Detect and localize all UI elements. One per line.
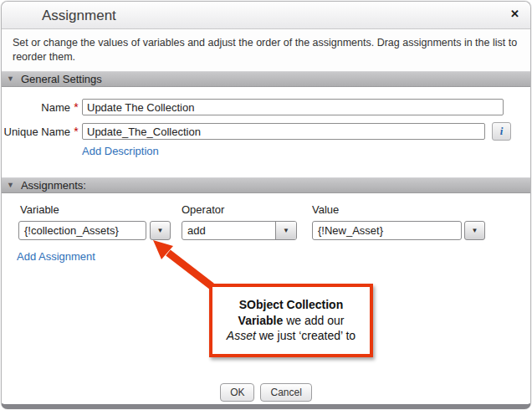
dialog-title: Assignment	[2, 2, 530, 29]
add-assignment-link[interactable]: Add Assignment	[17, 250, 95, 263]
dialog-description: Set or change the values of variables an…	[2, 29, 530, 71]
assignment-dialog: Assignment ✕ Set or change the values of…	[1, 1, 531, 409]
value-column-label: Value	[312, 203, 339, 216]
unique-name-label: Unique Name	[2, 126, 70, 138]
collapse-triangle-icon: ▼	[7, 182, 14, 189]
chevron-down-icon: ▼	[472, 228, 478, 234]
cancel-button[interactable]: Cancel	[260, 383, 311, 402]
name-label: Name	[2, 101, 70, 114]
callout-line: Variable we add our	[238, 313, 345, 329]
add-description-link[interactable]: Add Description	[82, 145, 159, 157]
callout-line: Asset we just ‘created’ to	[227, 328, 356, 344]
callout-line: SObject Collection	[239, 297, 343, 313]
operator-dropdown-button[interactable]: ▼	[275, 222, 296, 239]
section-header-general-settings[interactable]: ▼ General Settings	[2, 71, 530, 87]
value-combobox[interactable]: {!New_Asset}	[312, 221, 462, 240]
variable-dropdown-button[interactable]: ▼	[150, 221, 171, 240]
dialog-footer: OK Cancel	[2, 383, 530, 402]
chevron-down-icon: ▼	[157, 228, 164, 234]
unique-name-input[interactable]	[82, 123, 485, 140]
annotation-callout: SObject Collection Variable we add our A…	[209, 284, 373, 357]
name-input[interactable]	[82, 99, 504, 115]
close-icon[interactable]: ✕	[510, 8, 519, 20]
chevron-down-icon: ▼	[283, 228, 289, 234]
info-icon[interactable]: i	[492, 122, 511, 141]
unique-name-row: Unique Name * i	[2, 122, 511, 141]
general-settings-panel: Name * Unique Name * i Add Description	[2, 87, 530, 177]
section-header-assignments[interactable]: ▼ Assignments:	[2, 177, 530, 193]
name-row: Name *	[2, 98, 504, 116]
required-asterisk: *	[70, 100, 82, 114]
value-dropdown-button[interactable]: ▼	[464, 221, 485, 240]
variable-value: {!collection_Assets}	[19, 222, 146, 239]
operator-value: add	[182, 222, 275, 239]
variable-column-label: Variable	[20, 203, 59, 216]
section-label-general-settings: General Settings	[21, 73, 102, 85]
dialog-titlebar: Assignment ✕	[2, 2, 530, 29]
value-value: {!New_Asset}	[313, 222, 461, 239]
operator-column-label: Operator	[182, 203, 224, 216]
assignments-panel: Variable Operator Value {!collection_Ass…	[2, 193, 530, 404]
variable-combobox[interactable]: {!collection_Assets}	[18, 221, 146, 240]
required-asterisk: *	[70, 125, 82, 138]
operator-select[interactable]: add ▼	[182, 221, 297, 240]
collapse-triangle-icon: ▼	[7, 75, 14, 83]
section-label-assignments: Assignments:	[21, 179, 86, 192]
ok-button[interactable]: OK	[220, 383, 254, 402]
